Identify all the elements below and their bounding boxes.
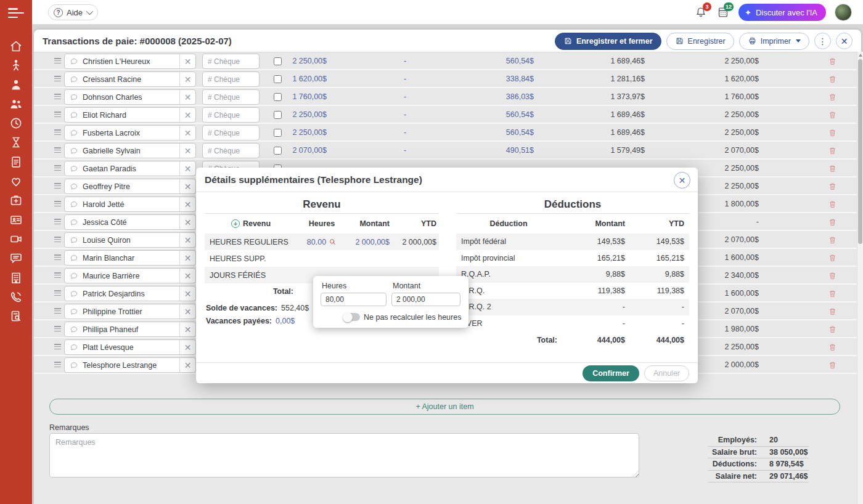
cheque-number-input[interactable]: [202, 107, 260, 123]
company-building-icon[interactable]: [9, 270, 23, 285]
search-hours-icon[interactable]: [329, 238, 337, 246]
employee-select-field[interactable]: Platt Lévesque ✕: [64, 339, 196, 355]
drag-handle-icon[interactable]: [54, 201, 61, 208]
employee-select-field[interactable]: Eliot Richard ✕: [64, 107, 196, 123]
employee-select-field[interactable]: Maurice Barrière ✕: [64, 268, 196, 283]
more-options-button[interactable]: ⋮: [814, 33, 831, 49]
employee-select-field[interactable]: Creissant Racine ✕: [64, 71, 196, 87]
save-button[interactable]: Enregistrer: [666, 33, 734, 50]
hours-value-link[interactable]: 80.00: [307, 238, 326, 246]
employee-select-field[interactable]: Gabrielle Sylvain ✕: [64, 143, 196, 158]
home-icon[interactable]: [9, 39, 23, 54]
deduction-amount-link[interactable]: 338,84$: [466, 70, 534, 88]
delete-row-icon[interactable]: [828, 325, 837, 334]
add-revenue-icon[interactable]: +: [231, 219, 240, 228]
deduction-amount-link[interactable]: 560,54$: [466, 52, 534, 70]
delete-row-icon[interactable]: [828, 75, 837, 84]
hourglass-icon[interactable]: [9, 135, 23, 150]
clear-employee-icon[interactable]: ✕: [179, 161, 195, 176]
employee-icon[interactable]: [9, 78, 23, 92]
drag-handle-icon[interactable]: [54, 76, 61, 83]
cheque-number-input[interactable]: [202, 71, 260, 87]
user-avatar[interactable]: [835, 4, 852, 21]
drag-handle-icon[interactable]: [54, 112, 61, 118]
delete-row-icon[interactable]: [828, 271, 837, 280]
cheque-number-input[interactable]: [202, 125, 260, 140]
clear-employee-icon[interactable]: ✕: [179, 108, 195, 122]
close-transaction-button[interactable]: ✕: [836, 33, 853, 49]
scrollbar-thumb[interactable]: [858, 59, 862, 244]
clear-employee-icon[interactable]: ✕: [179, 269, 195, 283]
deduction-amount-link[interactable]: 490,51$: [466, 142, 534, 160]
clear-employee-icon[interactable]: ✕: [179, 179, 195, 193]
employee-select-field[interactable]: Fusberta Lacroix ✕: [64, 125, 196, 140]
id-card-icon[interactable]: [9, 213, 23, 227]
employee-select-field[interactable]: Gaetan Paradis ✕: [64, 161, 196, 176]
clear-employee-icon[interactable]: ✕: [179, 197, 195, 211]
revenue-amount-link[interactable]: 2 000,00$: [346, 238, 390, 246]
drag-handle-icon[interactable]: [54, 129, 61, 136]
heart-benefits-icon[interactable]: [9, 174, 23, 189]
drag-handle-icon[interactable]: [54, 147, 61, 154]
clear-employee-icon[interactable]: ✕: [179, 215, 195, 229]
drag-handle-icon[interactable]: [54, 254, 61, 261]
drag-handle-icon[interactable]: [54, 362, 61, 368]
team-icon[interactable]: [9, 97, 23, 112]
gross-amount-link[interactable]: 1 620,00$: [259, 70, 327, 88]
drag-handle-icon[interactable]: [54, 183, 61, 190]
delete-row-icon[interactable]: [828, 182, 837, 191]
cancel-button[interactable]: Annuler: [644, 365, 689, 381]
employee-select-field[interactable]: Geoffrey Pitre ✕: [64, 179, 196, 194]
drag-handle-icon[interactable]: [54, 237, 61, 243]
employee-select-field[interactable]: Jessica Côté ✕: [64, 214, 196, 230]
cheque-number-input[interactable]: [202, 143, 260, 158]
recalculate-toggle[interactable]: [344, 313, 360, 321]
clear-employee-icon[interactable]: ✕: [179, 54, 195, 68]
remarks-textarea[interactable]: [49, 433, 639, 478]
drag-handle-icon[interactable]: [54, 94, 61, 100]
messages-icon[interactable]: [9, 251, 23, 266]
time-clock-icon[interactable]: [9, 116, 23, 131]
delete-row-icon[interactable]: [828, 253, 837, 262]
phone-calls-icon[interactable]: [9, 290, 23, 304]
drag-handle-icon[interactable]: [54, 165, 61, 172]
clear-employee-icon[interactable]: ✕: [179, 358, 195, 372]
delete-row-icon[interactable]: [828, 289, 837, 298]
confirm-button[interactable]: Confirmer: [583, 365, 639, 381]
delete-row-icon[interactable]: [828, 128, 837, 137]
delete-row-icon[interactable]: [828, 200, 837, 209]
drag-handle-icon[interactable]: [54, 290, 61, 297]
clear-employee-icon[interactable]: ✕: [179, 126, 195, 140]
gross-amount-link[interactable]: 2 250,00$: [259, 124, 327, 142]
drag-handle-icon[interactable]: [54, 219, 61, 226]
gross-amount-link[interactable]: 2 070,00$: [259, 142, 327, 160]
clear-employee-icon[interactable]: ✕: [179, 251, 195, 265]
delete-row-icon[interactable]: [828, 57, 837, 66]
cheque-number-input[interactable]: [202, 54, 260, 69]
drag-handle-icon[interactable]: [54, 308, 61, 315]
deduction-amount-link[interactable]: 386,03$: [466, 88, 534, 106]
delete-row-icon[interactable]: [828, 360, 837, 370]
drag-handle-icon[interactable]: [54, 344, 61, 351]
medical-kit-icon[interactable]: [9, 193, 23, 208]
payroll-document-icon[interactable]: [9, 155, 23, 169]
gross-amount-link[interactable]: 2 250,00$: [259, 52, 327, 70]
delete-row-icon[interactable]: [828, 146, 837, 155]
help-button[interactable]: ? Aide: [48, 4, 98, 20]
clear-employee-icon[interactable]: ✕: [179, 144, 195, 158]
delete-row-icon[interactable]: [828, 110, 837, 120]
popover-hours-input[interactable]: [321, 293, 387, 306]
employee-select-field[interactable]: Christien L'Heureux ✕: [64, 54, 196, 69]
delete-row-icon[interactable]: [828, 307, 837, 316]
menu-icon[interactable]: [8, 8, 24, 19]
hr-person-icon[interactable]: [9, 58, 23, 73]
clear-employee-icon[interactable]: ✕: [179, 233, 195, 247]
clear-employee-icon[interactable]: ✕: [179, 304, 195, 319]
apps-button[interactable]: 12: [716, 6, 730, 19]
vacations-paid-value[interactable]: 0,00$: [276, 317, 295, 325]
clear-employee-icon[interactable]: ✕: [179, 340, 195, 354]
employee-select-field[interactable]: Harold Jetté ✕: [64, 197, 196, 212]
drag-handle-icon[interactable]: [54, 326, 61, 333]
gross-amount-link[interactable]: 2 250,00$: [259, 106, 327, 124]
employee-select-field[interactable]: Dohnson Charles ✕: [64, 89, 196, 105]
